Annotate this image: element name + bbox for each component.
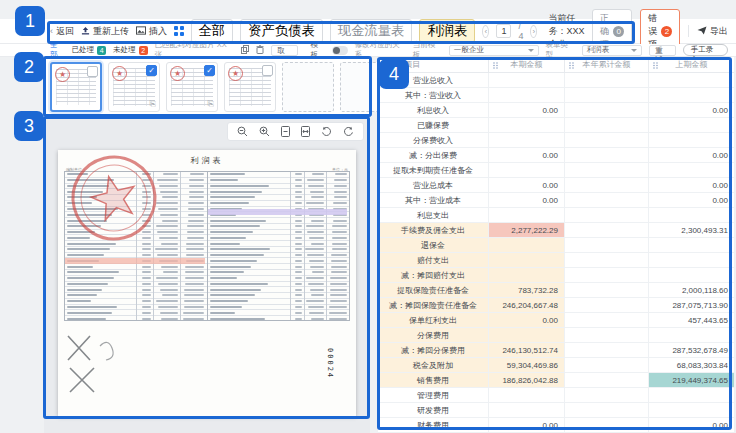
table-row[interactable]: 保单红利支出0.00457,443.65 <box>378 313 734 328</box>
template-toggle[interactable] <box>332 46 348 55</box>
current-amount-cell[interactable]: 0.00 <box>488 148 564 162</box>
current-amount-cell[interactable]: 59,304,469.86 <box>488 358 564 372</box>
current-amount-cell[interactable] <box>488 73 564 87</box>
table-row[interactable]: 营业总成本0.000.00 <box>378 178 734 193</box>
ytd-amount-cell[interactable] <box>564 298 648 312</box>
thumbnail-item[interactable]: ★ <box>50 62 102 112</box>
current-amount-cell[interactable] <box>488 208 564 222</box>
thumbnail-item[interactable]: ★✓⎘ <box>166 62 218 112</box>
prior-amount-cell[interactable]: 0.00 <box>648 193 734 207</box>
ytd-amount-cell[interactable] <box>564 238 648 252</box>
trash-icon[interactable] <box>256 45 264 56</box>
fit-page-icon[interactable] <box>281 126 290 137</box>
zoom-out-icon[interactable] <box>237 126 248 137</box>
table-row[interactable]: 利息支出 <box>378 208 734 223</box>
copy-icon[interactable] <box>241 45 249 56</box>
table-row[interactable]: 研发费用 <box>378 403 734 418</box>
column-header-prior[interactable]: 上期金额 <box>648 57 734 72</box>
ytd-amount-cell[interactable] <box>564 148 648 162</box>
thumbnail-checkbox[interactable] <box>87 66 98 77</box>
ytd-amount-cell[interactable] <box>564 328 648 342</box>
thumbnail-checkbox[interactable]: ✓ <box>146 65 157 76</box>
export-button[interactable]: 导出 <box>697 25 728 38</box>
thumbnail-empty-slot[interactable] <box>282 62 334 112</box>
prior-amount-cell[interactable]: 219,449,374.65 <box>648 373 734 387</box>
current-amount-cell[interactable] <box>488 88 564 102</box>
ytd-amount-cell[interactable] <box>564 178 648 192</box>
ytd-amount-cell[interactable] <box>564 163 648 177</box>
thumbnail-item[interactable]: ★ <box>224 62 276 112</box>
current-amount-cell[interactable]: 0.00 <box>488 193 564 207</box>
table-row[interactable]: 税金及附加59,304,469.8668,083,303.84 <box>378 358 734 373</box>
current-amount-cell[interactable] <box>488 328 564 342</box>
rotate-left-icon[interactable] <box>321 126 332 137</box>
prior-amount-cell[interactable] <box>648 88 734 102</box>
prior-amount-cell[interactable] <box>648 403 734 417</box>
prior-amount-cell[interactable]: 457,443.65 <box>648 313 734 327</box>
table-row[interactable]: 提取保险责任准备金783,732.282,000,118.60 <box>378 283 734 298</box>
current-template-select[interactable]: 一般企业 <box>449 45 539 56</box>
thumbnail-checkbox[interactable]: ✓ <box>204 65 215 76</box>
ytd-amount-cell[interactable] <box>564 403 648 417</box>
prior-amount-cell[interactable]: 68,083,303.84 <box>648 358 734 372</box>
prior-amount-cell[interactable] <box>648 133 734 147</box>
table-row[interactable]: 分保费用 <box>378 328 734 343</box>
page-prev-button[interactable]: ‹ <box>482 25 489 38</box>
ytd-amount-cell[interactable] <box>564 388 648 402</box>
ytd-amount-cell[interactable] <box>564 268 648 282</box>
prior-amount-cell[interactable]: 2,000,118.60 <box>648 283 734 297</box>
prior-amount-cell[interactable] <box>648 238 734 252</box>
retry-button[interactable]: 重试 <box>649 45 676 56</box>
manual-entry-button[interactable]: 手工录入 <box>683 44 728 56</box>
scanned-document-page[interactable]: 利润表 编制单位： 单位：元 <box>58 150 356 416</box>
current-amount-cell[interactable]: 0.00 <box>488 313 564 327</box>
current-amount-cell[interactable]: 246,130,512.74 <box>488 343 564 357</box>
ytd-amount-cell[interactable] <box>564 133 648 147</box>
table-row[interactable]: 手续费及佣金支出2,277,222.292,300,493.31 <box>378 223 734 238</box>
current-amount-cell[interactable] <box>488 268 564 282</box>
prior-amount-cell[interactable]: 0.00 <box>648 148 734 162</box>
prior-amount-cell[interactable] <box>648 253 734 267</box>
ytd-amount-cell[interactable] <box>564 88 648 102</box>
prior-amount-cell[interactable]: 2,300,493.31 <box>648 223 734 237</box>
current-amount-cell[interactable]: 186,826,042.88 <box>488 373 564 387</box>
table-row[interactable]: 其中：营业收入 <box>378 88 734 103</box>
ytd-amount-cell[interactable] <box>564 313 648 327</box>
current-amount-cell[interactable]: 0.00 <box>488 418 564 432</box>
prior-amount-cell[interactable] <box>648 73 734 87</box>
column-header-current[interactable]: 本期金额 <box>488 57 564 72</box>
unprocessed-filter-tab[interactable]: 未处理 2 <box>113 45 148 55</box>
ytd-amount-cell[interactable] <box>564 103 648 117</box>
ytd-amount-cell[interactable] <box>564 373 648 387</box>
prior-amount-cell[interactable]: 0.00 <box>648 103 734 117</box>
prior-amount-cell[interactable] <box>648 268 734 282</box>
page-next-button[interactable]: › <box>530 25 537 38</box>
ytd-amount-cell[interactable] <box>564 73 648 87</box>
ytd-amount-cell[interactable] <box>564 283 648 297</box>
back-button[interactable]: ‹ 返回 <box>50 25 74 38</box>
table-row[interactable]: 减：摊回保险责任准备金246,204,667.48287,075,713.90 <box>378 298 734 313</box>
prior-amount-cell[interactable]: 287,532,678.49 <box>648 343 734 357</box>
current-amount-cell[interactable]: 0.00 <box>488 178 564 192</box>
prior-amount-cell[interactable] <box>648 208 734 222</box>
cancel-button[interactable]: 取消 <box>271 45 298 56</box>
table-row[interactable]: 管理费用 <box>378 388 734 403</box>
column-header-ytd[interactable]: 本年累计金额 <box>564 57 648 72</box>
ytd-amount-cell[interactable] <box>564 343 648 357</box>
current-amount-cell[interactable]: 783,732.28 <box>488 283 564 297</box>
table-row[interactable]: 分保费收入 <box>378 133 734 148</box>
insert-button[interactable]: 插入 <box>136 25 167 38</box>
ytd-amount-cell[interactable] <box>564 208 648 222</box>
table-row[interactable]: 赔付支出 <box>378 253 734 268</box>
current-amount-cell[interactable] <box>488 403 564 417</box>
table-row[interactable]: 其中：营业成本0.000.00 <box>378 193 734 208</box>
current-amount-cell[interactable] <box>488 238 564 252</box>
current-amount-cell[interactable]: 246,204,667.48 <box>488 298 564 312</box>
prior-amount-cell[interactable]: 287,075,713.90 <box>648 298 734 312</box>
table-row[interactable]: 已赚保费 <box>378 118 734 133</box>
table-row[interactable]: 减：摊回赔付支出 <box>378 268 734 283</box>
zoom-in-icon[interactable] <box>259 126 270 137</box>
thumbnail-item[interactable]: ★✓⎘ <box>108 62 160 112</box>
current-amount-cell[interactable] <box>488 253 564 267</box>
processed-filter-tab[interactable]: 已处理 4 <box>72 45 107 55</box>
